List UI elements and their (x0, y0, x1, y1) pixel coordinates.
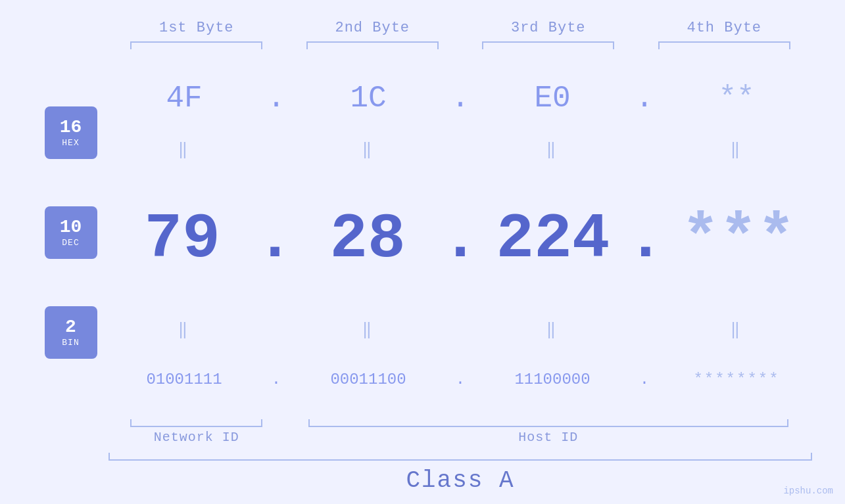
dot-hex-1: . (260, 81, 293, 116)
bracket-byte2 (285, 41, 461, 49)
hex-badge-label: HEX (62, 138, 79, 148)
dec-val-4: *** (665, 204, 812, 275)
dot-dec-3: . (627, 204, 665, 275)
bin-val-1: 01001111 (109, 371, 260, 388)
dec-badge-num: 10 (60, 218, 82, 238)
dot-dec-2: . (441, 204, 479, 275)
bin-row: 01001111 . 00011100 . 11100000 . *******… (109, 340, 812, 420)
bin-badge-num: 2 (65, 317, 76, 338)
byte1-header: 1st Byte (109, 20, 285, 36)
hex-val-1: 4F (109, 81, 260, 116)
hex-val-4: ** (661, 81, 812, 116)
hex-val-3: E0 (477, 81, 628, 116)
dec-val-2: 28 (294, 204, 441, 275)
eq1-4: ‖ (661, 140, 812, 159)
equals-row-1: ‖ ‖ ‖ ‖ (109, 139, 812, 160)
byte-headers-row: 1st Byte 2nd Byte 3rd Byte 4th Byte (33, 20, 812, 36)
dec-row: 79 . 28 . 224 . *** (109, 160, 812, 319)
bin-badge: 2 BIN (45, 306, 97, 359)
dec-badge-label: DEC (62, 238, 79, 248)
eq2-1: ‖ (109, 320, 260, 339)
hex-val-2: 1C (293, 81, 444, 116)
bracket-byte1 (109, 41, 285, 49)
hex-badge: 16 HEX (45, 106, 97, 159)
byte3-header: 3rd Byte (460, 20, 637, 36)
page-container: 1st Byte 2nd Byte 3rd Byte 4th Byte 16 H… (0, 0, 845, 504)
dot-bin-1: . (260, 371, 293, 388)
dot-hex-2: . (444, 81, 477, 116)
net-host-brackets: Network ID Host ID (109, 419, 812, 445)
bin-val-2: 00011100 (293, 371, 444, 388)
bin-val-4: ******** (661, 371, 812, 388)
bin-val-3: 11100000 (477, 371, 628, 388)
eq1-2: ‖ (293, 140, 444, 159)
host-id-section: Host ID (285, 419, 813, 445)
class-label: Class A (109, 467, 812, 494)
equals-row-2: ‖ ‖ ‖ ‖ (109, 319, 812, 340)
eq1-1: ‖ (109, 140, 260, 159)
byte2-header: 2nd Byte (285, 20, 461, 36)
dec-val-3: 224 (479, 204, 627, 275)
eq2-2: ‖ (293, 320, 444, 339)
eq1-3: ‖ (477, 140, 628, 159)
dec-val-1: 79 (109, 204, 256, 275)
eq2-4: ‖ (661, 320, 812, 339)
dot-bin-2: . (444, 371, 477, 388)
byte4-header: 4th Byte (637, 20, 813, 36)
hex-badge-num: 16 (60, 118, 82, 138)
badges-column: 16 HEX 10 DEC 2 BIN (33, 59, 109, 419)
host-id-label: Host ID (518, 430, 578, 445)
data-content: 4F . 1C . E0 . ** ‖ ‖ ‖ ‖ 79 . (109, 59, 812, 419)
hex-row: 4F . 1C . E0 . ** (109, 59, 812, 139)
overall-bracket (109, 453, 812, 461)
watermark: ipshu.com (783, 486, 833, 496)
bottom-area: Network ID Host ID Class A (33, 419, 812, 494)
bin-badge-label: BIN (62, 338, 79, 348)
network-id-section: Network ID (109, 419, 285, 445)
middle-section: 16 HEX 10 DEC 2 BIN 4F . 1C . E0 . ** (33, 59, 812, 419)
bracket-byte4 (637, 41, 813, 49)
eq2-3: ‖ (477, 320, 628, 339)
dot-hex-3: . (628, 81, 661, 116)
dot-dec-1: . (256, 204, 294, 275)
network-id-label: Network ID (154, 430, 239, 445)
top-brackets-row (33, 41, 812, 49)
dec-badge: 10 DEC (45, 206, 97, 259)
bracket-byte3 (460, 41, 637, 49)
dot-bin-3: . (628, 371, 661, 388)
